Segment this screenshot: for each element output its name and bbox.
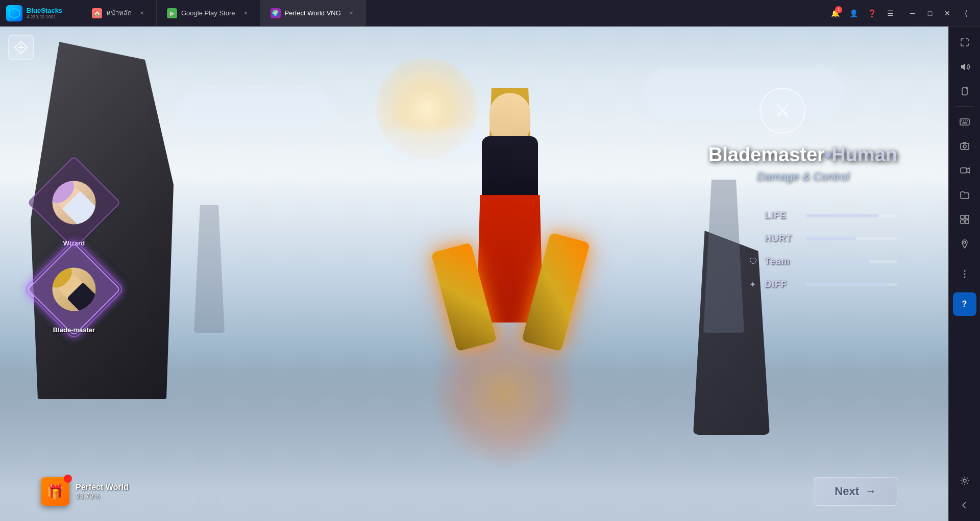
life-icon: ♡ — [749, 211, 760, 220]
class-icon-area: ⚔ — [760, 88, 805, 134]
main-character-display — [421, 67, 599, 425]
race-label: Human — [831, 144, 897, 165]
diff-label: DIFF — [765, 279, 800, 290]
svg-rect-18 — [961, 143, 969, 150]
tab-game-label: Perfect World VNG — [285, 9, 341, 17]
tab-home-icon: 🏠 — [92, 8, 102, 18]
life-bar-bg — [805, 214, 897, 217]
blademaster-label: Blademaster — [708, 144, 825, 165]
class-info: Blademaster•Human Damage & Control — [708, 144, 897, 183]
sidebar-sep-1 — [955, 106, 974, 107]
game-area[interactable]: ⚔ Blademaster•Human Damage & Control ♡ L… — [0, 27, 948, 521]
team-label: Team — [765, 256, 800, 267]
main-container: ⚔ Blademaster•Human Damage & Control ♡ L… — [0, 27, 980, 521]
blademaster-card[interactable]: Blade-master — [41, 256, 107, 322]
tabs-container: 🏠 หน้าหลัก ✕ ▶ Google Play Store ✕ 🌍 Per… — [82, 0, 821, 26]
tab-playstore-label: Google Play Store — [181, 9, 235, 17]
class-icon-circle: ⚔ — [760, 88, 805, 134]
sidebar-rotate-btn[interactable] — [953, 80, 976, 103]
maximize-button[interactable]: □ — [922, 5, 938, 21]
tab-playstore-icon: ▶ — [167, 8, 177, 18]
gift-text: Perfect World 93.79% — [76, 483, 129, 500]
hurt-icon: ✗ — [749, 234, 760, 243]
bluestacks-logo[interactable]: BlueStacks 4.230.20.1001 — [0, 5, 82, 21]
minimize-button[interactable]: ─ — [904, 5, 921, 21]
cloud-3 — [642, 67, 846, 118]
sidebar-record-btn[interactable] — [953, 159, 976, 182]
sidebar-folder-btn[interactable] — [953, 183, 976, 207]
class-icon-symbol: ⚔ — [774, 100, 791, 121]
svg-point-27 — [964, 274, 965, 275]
sidebar-help-btn[interactable]: ? — [953, 292, 976, 316]
character-body — [459, 93, 561, 399]
svg-rect-20 — [961, 168, 967, 173]
stat-row-hurt: ✗ HURT — [749, 233, 897, 244]
next-button-arrow: → — [865, 485, 876, 498]
game-menu-button[interactable] — [8, 35, 34, 60]
class-name-display: Blademaster•Human — [708, 144, 897, 166]
sidebar-expand-btn[interactable] — [953, 31, 976, 54]
character-select-area: Wizard Blade-master — [41, 169, 107, 330]
sidebar-location-btn[interactable] — [953, 232, 976, 256]
svg-rect-24 — [965, 220, 969, 224]
hurt-label: HURT — [765, 233, 800, 244]
titlebar: BlueStacks 4.230.20.1001 🏠 หน้าหลัก ✕ ▶ … — [0, 0, 980, 27]
svg-point-25 — [964, 241, 966, 243]
notification-button[interactable]: 🔔 1 — [827, 5, 843, 21]
sidebar-more-btn[interactable] — [953, 262, 976, 286]
diff-bar-fill — [805, 283, 888, 286]
help-button[interactable]: ❓ — [864, 5, 880, 21]
next-button-label: Next — [835, 485, 859, 498]
gift-area[interactable]: 🎁 Perfect World 93.79% — [41, 477, 129, 506]
brand-name: BlueStacks — [27, 7, 62, 14]
sidebar-volume-btn[interactable] — [953, 55, 976, 79]
collapse-button[interactable]: ⟨ — [958, 5, 974, 21]
stat-row-team: 🛡 Team — [749, 256, 897, 267]
next-button[interactable]: Next → — [814, 477, 897, 506]
tab-playstore-close[interactable]: ✕ — [241, 9, 250, 17]
sidebar-keyboard-btn[interactable] — [953, 110, 976, 133]
sidebar-back-btn[interactable] — [953, 493, 976, 517]
tab-playstore[interactable]: ▶ Google Play Store ✕ — [157, 0, 260, 26]
window-controls: ─ □ ✕ — [904, 5, 955, 21]
brand-version: 4.230.20.1001 — [27, 14, 62, 19]
svg-point-26 — [964, 270, 965, 272]
hurt-bar-bg — [805, 237, 897, 240]
gift-box[interactable]: 🎁 — [41, 477, 69, 506]
team-icon: 🛡 — [749, 257, 760, 266]
sidebar-instance-btn[interactable] — [953, 208, 976, 231]
svg-rect-21 — [961, 215, 964, 219]
tab-game[interactable]: 🌍 Perfect World VNG ✕ — [260, 0, 366, 26]
life-label: LIFE — [765, 210, 800, 221]
tab-home[interactable]: 🏠 หน้าหลัก ✕ — [82, 0, 157, 26]
svg-point-29 — [963, 479, 966, 482]
diff-bar-bg — [805, 283, 897, 286]
svg-point-19 — [963, 145, 966, 148]
titlebar-controls: 🔔 1 👤 ❓ ☰ ─ □ ✕ ⟨ — [821, 5, 980, 21]
class-subtitle: Damage & Control — [708, 170, 897, 183]
help-icon: ? — [962, 300, 967, 309]
hurt-bar-fill — [805, 237, 856, 240]
gift-progress: 93.79% — [76, 492, 129, 500]
stats-area: ♡ LIFE ✗ HURT 🛡 Team — [749, 210, 897, 302]
team-bar-bg — [805, 260, 897, 263]
bluestacks-brand: BlueStacks 4.230.20.1001 — [27, 7, 62, 19]
tab-game-close[interactable]: ✕ — [347, 9, 355, 17]
svg-marker-1 — [11, 10, 17, 17]
sidebar-screenshot-btn[interactable] — [953, 134, 976, 158]
sidebar-sep-2 — [955, 259, 974, 259]
close-button[interactable]: ✕ — [939, 5, 955, 21]
menu-button[interactable]: ☰ — [882, 5, 898, 21]
tab-home-close[interactable]: ✕ — [138, 9, 146, 17]
svg-point-28 — [964, 277, 965, 278]
sidebar-settings-btn[interactable] — [953, 469, 976, 492]
class-separator: • — [825, 144, 831, 165]
gift-title: Perfect World — [76, 483, 129, 492]
stat-row-diff: ✦ DIFF — [749, 279, 897, 290]
svg-rect-23 — [961, 220, 964, 224]
account-button[interactable]: 👤 — [845, 5, 862, 21]
wizard-card[interactable]: Wizard — [41, 169, 107, 236]
svg-rect-22 — [965, 215, 969, 219]
stat-row-life: ♡ LIFE — [749, 210, 897, 221]
sidebar: ? — [948, 27, 980, 521]
